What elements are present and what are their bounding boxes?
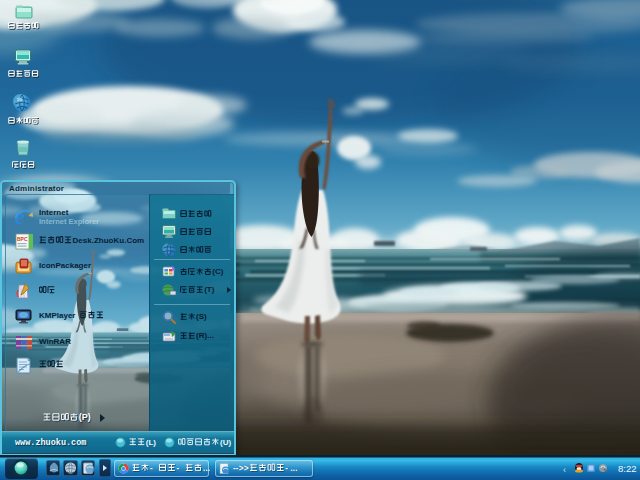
svg-text:(T): (T) — [204, 286, 215, 294]
svg-text:KMPlayer: KMPlayer — [39, 311, 75, 320]
svg-text:...: ... — [203, 463, 210, 473]
svg-text:(U): (U) — [220, 438, 231, 447]
svg-text:(R)...: (R)... — [196, 332, 214, 340]
svg-text:(S): (S) — [196, 313, 207, 321]
svg-text:BPC: BPC — [17, 236, 28, 242]
svg-text:(P): (P) — [79, 413, 91, 422]
svg-text:-: - — [177, 463, 180, 473]
svg-text:(C): (C) — [212, 268, 223, 276]
svg-text:-->>: -->> — [233, 463, 249, 473]
svg-text:WinRAR: WinRAR — [39, 337, 71, 346]
svg-text:Internet: Internet — [39, 208, 69, 217]
svg-text:-: - — [150, 463, 153, 473]
svg-text:- ...: - ... — [285, 463, 297, 473]
svg-text:(L): (L) — [146, 438, 157, 447]
svg-text:Desk.ZhuoKu.Com: Desk.ZhuoKu.Com — [73, 236, 145, 245]
svg-text:IconPackager: IconPackager — [39, 261, 91, 270]
